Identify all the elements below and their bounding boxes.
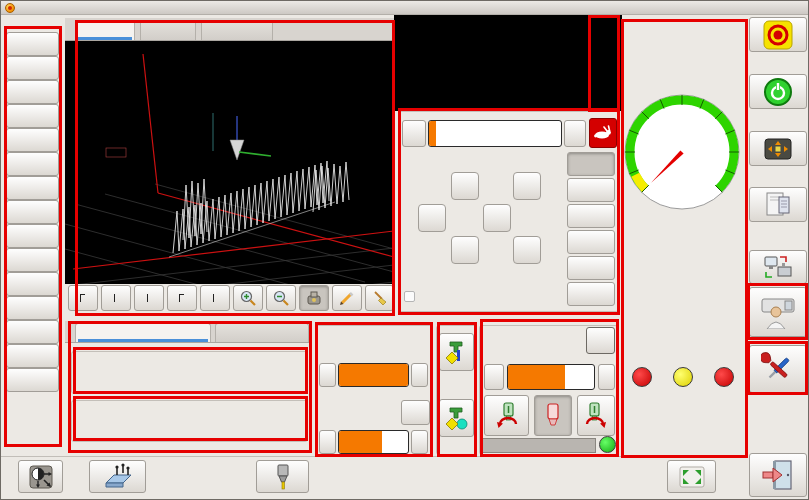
mdi-icon <box>763 191 793 219</box>
view-z-button[interactable] <box>200 285 230 311</box>
view-mark <box>179 294 184 302</box>
tab-preview[interactable] <box>75 20 135 40</box>
sidebar-button-3[interactable] <box>6 200 59 224</box>
view-p-button[interactable] <box>68 285 98 311</box>
settings-button[interactable] <box>749 345 807 393</box>
spindle-ccw-button[interactable] <box>484 395 529 436</box>
feed-reset-button[interactable] <box>401 400 430 425</box>
touch-off-button[interactable] <box>18 460 63 493</box>
fullscreen-button[interactable] <box>667 460 716 493</box>
rapid-minus-button[interactable] <box>319 363 336 387</box>
sidebar-button-5[interactable] <box>6 296 59 320</box>
broom-icon <box>371 289 389 307</box>
clear-plot-button[interactable] <box>365 285 394 311</box>
sidebar-empty-slot[interactable] <box>6 368 59 392</box>
estop-button[interactable] <box>749 17 807 52</box>
dimensions-button[interactable] <box>332 285 362 311</box>
sidebar-button-4[interactable] <box>6 248 59 272</box>
tool-measure-button[interactable] <box>256 460 309 493</box>
view-mark <box>114 294 117 302</box>
tool-spindle-icon <box>270 463 296 491</box>
user-tabs-button[interactable] <box>749 287 807 337</box>
sidebar-button-6[interactable] <box>6 344 59 368</box>
increment-01mm-button[interactable] <box>567 204 615 228</box>
preview-tabbar <box>65 18 394 41</box>
view-x-button[interactable] <box>101 285 131 311</box>
touch-plate-button[interactable] <box>89 460 146 493</box>
jog-speed-bar[interactable] <box>428 120 562 147</box>
sidebar-empty-slot[interactable] <box>6 320 59 344</box>
manual-mode-button[interactable] <box>749 131 807 166</box>
increment-1mm-button[interactable] <box>567 178 615 202</box>
sidebar-empty-slot[interactable] <box>6 176 59 200</box>
mdi-mode-button[interactable] <box>749 187 807 222</box>
increment-continuous-button[interactable] <box>567 152 615 176</box>
sidebar-button-0[interactable] <box>6 56 59 80</box>
sidebar-empty-slot[interactable] <box>6 272 59 296</box>
sidebar-empty-slot[interactable] <box>6 128 59 152</box>
tab-tool-info[interactable] <box>75 323 211 342</box>
jog-speed-minus-button[interactable] <box>402 120 426 147</box>
spindle-speed-scale <box>482 438 596 453</box>
spindle-plus-button[interactable] <box>598 364 615 390</box>
jog-y-minus-button[interactable] <box>451 236 479 264</box>
jog-speed-plus-button[interactable] <box>564 120 586 147</box>
toolpath-icon <box>305 289 323 307</box>
sidebar-button-2[interactable] <box>6 152 59 176</box>
view-y-button[interactable] <box>134 285 164 311</box>
flood-coolant-button[interactable] <box>439 399 474 437</box>
view-y2-button[interactable] <box>167 285 197 311</box>
tab-gcode-properties[interactable] <box>215 323 309 342</box>
pencil-icon <box>338 289 356 307</box>
sidebar-button-1[interactable] <box>6 104 59 128</box>
zoom-in-button[interactable] <box>233 285 263 311</box>
increment-0001mm-button[interactable] <box>567 256 615 280</box>
increment-001mm-button[interactable] <box>567 230 615 254</box>
sidebar-empty-slot[interactable] <box>6 80 59 104</box>
spindle-cw-button[interactable] <box>577 395 615 436</box>
feed-override-bar[interactable] <box>338 430 409 454</box>
rapid-override-bar[interactable] <box>338 363 409 387</box>
jog-z-minus-button[interactable] <box>513 236 541 264</box>
jog-speed-value <box>429 121 561 146</box>
tool-tabbar <box>65 321 312 343</box>
spindle-reset-button[interactable] <box>586 327 615 354</box>
sidebar-empty-slot[interactable] <box>6 224 59 248</box>
spindle-stop-button[interactable] <box>534 395 572 436</box>
zero-origin-icon <box>27 463 55 491</box>
tool-information-frame <box>71 351 308 394</box>
auto-mode-button[interactable] <box>749 250 807 284</box>
touch-plate-icon <box>103 463 133 491</box>
tab-drill-hole[interactable] <box>201 20 273 40</box>
spindle-minus-button[interactable] <box>484 364 504 390</box>
feed-plus-button[interactable] <box>411 430 428 454</box>
toolpath-toggle-button[interactable] <box>299 285 329 311</box>
jog-z-plus-button[interactable] <box>513 172 541 200</box>
machine-on-button[interactable] <box>749 74 807 109</box>
jog-keypad-icon <box>763 137 793 161</box>
jog-x-plus-button[interactable] <box>483 204 511 232</box>
rpm-gauge <box>624 94 740 210</box>
turtle-jog-button[interactable] <box>589 118 617 148</box>
jog-y-plus-button[interactable] <box>451 172 479 200</box>
rapid-override-value <box>339 364 408 386</box>
ignore-limits-checkbox[interactable] <box>404 291 415 302</box>
mist-coolant-button[interactable] <box>439 333 474 371</box>
sidebar-empty-slot[interactable] <box>6 32 59 56</box>
spindle-cw-icon <box>580 400 612 432</box>
spindle-override-bar[interactable] <box>507 364 595 390</box>
feed-minus-button[interactable] <box>319 430 336 454</box>
zoom-out-button[interactable] <box>266 285 296 311</box>
increment-inch-button[interactable] <box>567 282 615 306</box>
exit-button[interactable] <box>749 453 807 497</box>
dro-panel[interactable] <box>394 15 622 111</box>
tab-probe[interactable] <box>140 20 196 40</box>
fullscreen-icon <box>678 465 706 489</box>
gremlin-3d-preview[interactable] <box>65 54 394 284</box>
jog-x-minus-button[interactable] <box>418 204 446 232</box>
feed-override-value <box>339 431 408 453</box>
rapid-plus-button[interactable] <box>411 363 428 387</box>
estop-icon <box>763 20 793 50</box>
view-mark <box>80 294 85 302</box>
power-icon <box>763 77 793 107</box>
